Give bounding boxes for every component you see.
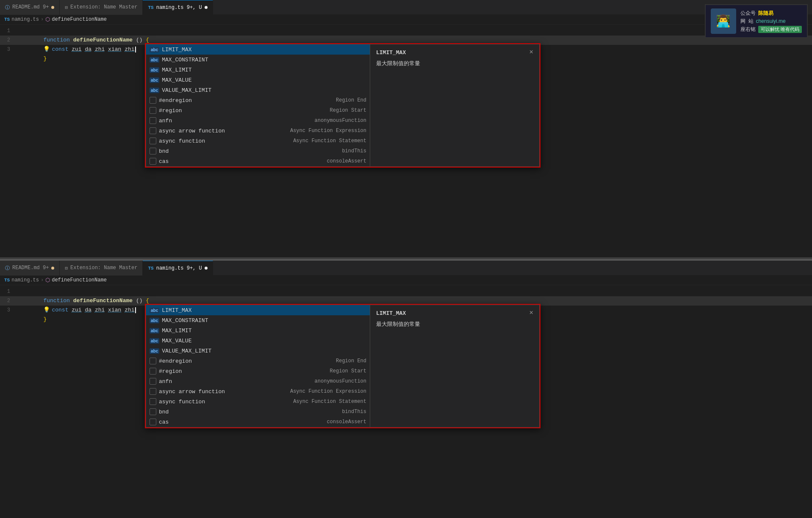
- doc-description-bottom: 最大限制值的常量: [376, 320, 533, 329]
- ac-item-max-limit-bottom[interactable]: abc MAX_LIMIT: [146, 325, 370, 336]
- ac-label-2-bottom: MAX_CONSTRAINT: [162, 317, 366, 324]
- ac-item-bnd-top[interactable]: bnd bindThis: [146, 146, 370, 156]
- line-num-2-bottom: 2: [0, 296, 17, 306]
- line-num-2-top: 2: [0, 36, 17, 45]
- tab-readme-dot-top: [51, 6, 54, 9]
- tab-naming-label-bottom: naming.ts 9+, U: [156, 265, 202, 271]
- ac-abc-icon-2-top: abc: [150, 57, 159, 63]
- logo-row-2: 网 站 chensuiyi.me: [740, 18, 802, 25]
- ac-abc-icon-4-top: abc: [150, 77, 159, 83]
- ext-icon-top: ⊟: [65, 5, 68, 10]
- autocomplete-list-top[interactable]: abc LIMIT_MAX abc MAX_CONSTRAINT abc MAX…: [146, 44, 370, 167]
- ac-snippet-icon-1-bottom: [150, 358, 156, 364]
- ac-snippet-icon-5-bottom: [150, 398, 156, 405]
- ac-item-region-top[interactable]: #region Region Start: [146, 105, 370, 116]
- logo-avatar: 👨‍💻: [711, 8, 736, 34]
- doc-header-top: LIMIT_MAX ×: [376, 49, 533, 56]
- ac-item-cas-bottom[interactable]: cas consoleAssert: [146, 417, 370, 427]
- autocomplete-list-bottom[interactable]: abc LIMIT_MAX abc MAX_CONSTRAINT abc MAX…: [146, 305, 370, 427]
- logo-label-1: 公众号: [740, 10, 756, 17]
- ac-item-max-value-bottom[interactable]: abc MAX_VALUE: [146, 336, 370, 346]
- autocomplete-popup-bottom: abc LIMIT_MAX abc MAX_CONSTRAINT abc MAX…: [145, 304, 540, 428]
- ac-abc-icon-4-bottom: abc: [150, 338, 159, 344]
- line-num-3-bottom: 3: [0, 306, 17, 315]
- ac-detail-8-bottom: anonymousFunction: [315, 378, 366, 384]
- doc-close-top[interactable]: ×: [529, 49, 533, 56]
- ac-label-8-bottom: anfn: [159, 378, 312, 385]
- ac-item-anfn-bottom[interactable]: anfn anonymousFunction: [146, 376, 370, 386]
- ac-item-limit-max-bottom[interactable]: abc LIMIT_MAX: [146, 305, 370, 315]
- ac-label-12-top: cas: [159, 158, 324, 165]
- ac-snippet-icon-4-top: [150, 127, 156, 134]
- code-line-1-top: 1 function defineFunctionName () {: [0, 26, 812, 36]
- ac-abc-icon-1-top: abc: [150, 47, 159, 52]
- ts-icon-top: TS: [148, 5, 153, 10]
- ac-item-async-func-bottom[interactable]: async function Async Function Statement: [146, 397, 370, 407]
- doc-header-bottom: LIMIT_MAX ×: [376, 309, 533, 317]
- logo-overlay: 👨‍💻 公众号 陈随易 网 站 chensuiyi.me 座右铭 可以解忧 唯有…: [705, 4, 808, 38]
- tab-naming-top[interactable]: TS naming.ts 9+, U: [143, 0, 213, 15]
- tab-extension-top[interactable]: ⊟ Extension: Name Master: [60, 0, 143, 15]
- ac-detail-7-bottom: Region Start: [330, 368, 366, 374]
- ac-item-value-max-bottom[interactable]: abc VALUE_MAX_LIMIT: [146, 346, 370, 356]
- info-icon-top: ⓘ: [5, 4, 10, 11]
- ac-label-5-top: VALUE_MAX_LIMIT: [162, 87, 366, 94]
- tab-extension-bottom[interactable]: ⊟ Extension: Name Master: [60, 261, 143, 276]
- ac-detail-6-top: Region End: [336, 97, 366, 103]
- ac-item-async-arrow-bottom[interactable]: async arrow function Async Function Expr…: [146, 386, 370, 397]
- ext-icon-bottom: ⊟: [65, 265, 68, 271]
- tab-readme-bottom[interactable]: ⓘ README.md 9+: [0, 261, 60, 276]
- ac-snippet-icon-3-top: [150, 117, 156, 124]
- ac-item-region-bottom[interactable]: #region Region Start: [146, 366, 370, 376]
- ac-item-endregion-top[interactable]: #endregion Region End: [146, 95, 370, 105]
- code-line-1-bottom: 1 function defineFunctionName () {: [0, 287, 812, 296]
- ac-label-9-top: async arrow function: [159, 128, 288, 134]
- ac-snippet-icon-3-bottom: [150, 378, 156, 385]
- ac-item-value-max-top[interactable]: abc VALUE_MAX_LIMIT: [146, 85, 370, 95]
- ac-item-anfn-top[interactable]: anfn anonymousFunction: [146, 116, 370, 126]
- bottom-tab-bar: ⓘ README.md 9+ ⊟ Extension: Name Master …: [0, 261, 812, 276]
- ac-label-8-top: anfn: [159, 118, 312, 124]
- breadcrumb-file-top: naming.ts: [11, 17, 39, 22]
- doc-close-bottom[interactable]: ×: [529, 309, 533, 317]
- ac-item-async-arrow-top[interactable]: async arrow function Async Function Expr…: [146, 126, 370, 136]
- bottom-panel: ⓘ README.md 9+ ⊟ Extension: Name Master …: [0, 259, 812, 518]
- ac-label-4-bottom: MAX_VALUE: [162, 338, 366, 344]
- ac-detail-9-top: Async Function Expression: [290, 128, 366, 134]
- ts-icon-bottom: TS: [148, 266, 153, 271]
- tab-naming-bottom[interactable]: TS naming.ts 9+, U: [143, 261, 213, 276]
- autocomplete-popup-top: abc LIMIT_MAX abc MAX_CONSTRAINT abc MAX…: [145, 43, 540, 168]
- logo-label-2: 网 站: [740, 18, 754, 25]
- ac-snippet-icon-5-top: [150, 138, 156, 144]
- ac-item-max-value-top[interactable]: abc MAX_VALUE: [146, 75, 370, 85]
- breadcrumb-func-top: defineFunctionName: [52, 17, 107, 22]
- breadcrumb-ts-bottom: TS: [4, 278, 10, 283]
- tab-readme-top[interactable]: ⓘ README.md 9+: [0, 0, 60, 15]
- top-panel: ⓘ README.md 9+ ⊟ Extension: Name Master …: [0, 0, 812, 259]
- breadcrumb-func-icon-bottom: ⬡: [45, 277, 50, 284]
- ac-label-6-bottom: #endregion: [159, 358, 333, 364]
- logo-label-3: 座右铭: [740, 26, 756, 33]
- ac-item-limit-max-top[interactable]: abc LIMIT_MAX: [146, 44, 370, 55]
- ac-item-cas-top[interactable]: cas consoleAssert: [146, 156, 370, 166]
- tab-extension-label-bottom: Extension: Name Master: [70, 265, 137, 271]
- ac-abc-icon-1-bottom: abc: [150, 308, 159, 313]
- ac-item-async-func-top[interactable]: async function Async Function Statement: [146, 136, 370, 146]
- breadcrumb-file-bottom: naming.ts: [11, 277, 39, 283]
- logo-row-3: 座右铭 可以解忧 唯有代码: [740, 26, 802, 33]
- ac-snippet-icon-7-bottom: [150, 419, 156, 425]
- tab-naming-dot-top: [205, 6, 208, 9]
- ac-item-max-constraint-top[interactable]: abc MAX_CONSTRAINT: [146, 55, 370, 65]
- ac-detail-8-top: anonymousFunction: [315, 118, 366, 124]
- tab-naming-label-top: naming.ts 9+, U: [156, 5, 202, 11]
- ac-label-5-bottom: VALUE_MAX_LIMIT: [162, 348, 366, 354]
- ac-item-max-constraint-bottom[interactable]: abc MAX_CONSTRAINT: [146, 315, 370, 325]
- ac-snippet-icon-4-bottom: [150, 388, 156, 395]
- ac-item-max-limit-top[interactable]: abc MAX_LIMIT: [146, 65, 370, 75]
- ac-detail-9-bottom: Async Function Expression: [290, 388, 366, 394]
- ac-item-bnd-bottom[interactable]: bnd bindThis: [146, 407, 370, 417]
- ac-abc-icon-5-top: abc: [150, 88, 159, 93]
- ac-detail-12-top: consoleAssert: [327, 158, 366, 164]
- ac-item-endregion-bottom[interactable]: #endregion Region End: [146, 356, 370, 366]
- doc-panel-top: LIMIT_MAX × 最大限制值的常量: [370, 44, 540, 167]
